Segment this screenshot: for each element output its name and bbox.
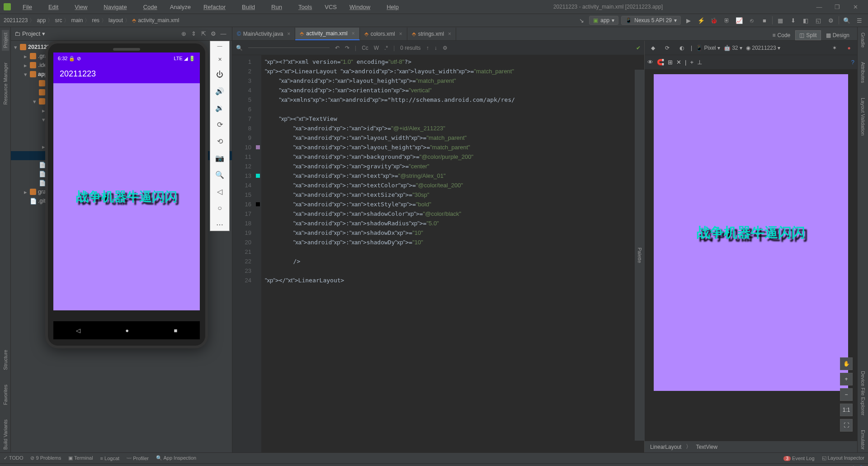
close-tab-icon[interactable]: × xyxy=(287,31,290,37)
editor-tab-active[interactable]: ⬘activity_main.xml× xyxy=(295,28,359,40)
default-margins-icon[interactable]: ⊞ xyxy=(668,59,673,66)
overview-button[interactable]: ■ xyxy=(174,327,177,334)
expand-all-button[interactable]: ⇕ xyxy=(189,29,198,39)
design-surface[interactable]: Palette 战争机器牛逼闪闪 ✋ + − 1:1 ⛶ xyxy=(645,70,857,441)
sidebar-tab-layout-validation[interactable]: Layout Validation xyxy=(859,95,867,138)
home-button[interactable]: ● xyxy=(125,327,129,334)
zoom-out-button[interactable]: − xyxy=(840,388,853,401)
code-editor[interactable]: "xp"><?"xt">xml version="1.0" encoding="… xyxy=(261,55,644,452)
menu-run[interactable]: Run xyxy=(264,2,289,12)
menu-build[interactable]: Build xyxy=(235,2,262,12)
sdk-manager-button[interactable]: ⬇ xyxy=(788,15,798,25)
emulator-close-button[interactable]: ✕ xyxy=(218,57,222,62)
breadcrumb-item[interactable]: main xyxy=(71,17,83,24)
filter-button[interactable]: ⚙ xyxy=(443,45,448,51)
search-icon[interactable]: 🔍 xyxy=(842,15,852,25)
orientation-icon[interactable]: ⟳ xyxy=(662,43,673,53)
rotate-right-button[interactable]: ⟲ xyxy=(217,137,223,146)
maximize-button[interactable]: ❐ xyxy=(828,4,846,10)
editor-tab[interactable]: ©MainActivity.java× xyxy=(232,28,295,40)
menu-file[interactable]: File xyxy=(15,2,39,12)
breadcrumb-item[interactable]: res xyxy=(92,17,99,24)
run-config-selector[interactable]: ▣app ▾ xyxy=(589,16,618,25)
view-mode-split[interactable]: ◫Split xyxy=(795,30,821,40)
menu-edit[interactable]: Edit xyxy=(41,2,66,12)
close-tab-icon[interactable]: × xyxy=(352,30,355,37)
bottom-tool-todo[interactable]: ✓ TODO xyxy=(4,455,23,461)
menu-refactor[interactable]: Refactor xyxy=(196,2,233,12)
emulator-minimize-button[interactable]: — xyxy=(217,43,222,48)
breadcrumb-file[interactable]: activity_main.xml xyxy=(138,17,179,24)
back-button[interactable]: ◁ xyxy=(76,327,80,334)
view-mode-code[interactable]: ≡Code xyxy=(769,30,795,40)
run-button[interactable]: ▶ xyxy=(684,15,693,25)
menu-window[interactable]: Window xyxy=(342,2,377,12)
magnet-icon[interactable]: 🧲 xyxy=(657,59,664,66)
night-mode-icon[interactable]: ◐ xyxy=(676,43,687,53)
find-input[interactable] xyxy=(248,48,330,48)
menu-navigate[interactable]: Navigate xyxy=(96,2,134,12)
editor-tab[interactable]: ⬘strings.xml× xyxy=(407,28,456,40)
apply-changes-button[interactable]: ⚡ xyxy=(696,15,706,25)
avd-manager-button[interactable]: ▦ xyxy=(775,15,785,25)
power-button[interactable]: ⏻ xyxy=(216,71,223,79)
sidebar-tab-resource-manager[interactable]: Resource Manager xyxy=(2,60,9,108)
debug-button[interactable]: 🐞 xyxy=(709,15,719,25)
search-icon[interactable]: 🔍 xyxy=(236,45,243,51)
bottom-tool-logcat[interactable]: ≡ Logcat xyxy=(100,456,120,461)
close-tab-icon[interactable]: × xyxy=(399,31,402,37)
sidebar-tab-build-variants[interactable]: Build Variants xyxy=(2,417,9,452)
regex-toggle[interactable]: .* xyxy=(384,45,388,51)
bottom-tool-profiler[interactable]: 〰 Profiler xyxy=(127,456,149,461)
event-log-button[interactable]: 3 Event Log xyxy=(783,456,814,461)
back-button[interactable]: ◁ xyxy=(217,187,222,196)
zoom-reset-button[interactable]: ⛶ xyxy=(840,419,853,432)
layout-inspector-button[interactable]: ◱ Layout Inspector xyxy=(822,455,864,461)
stop-button[interactable]: ■ xyxy=(760,15,769,25)
breadcrumb-item[interactable]: src xyxy=(55,17,62,24)
surface-icon[interactable]: ◆ xyxy=(647,43,658,53)
editor-tab[interactable]: ⬘colors.xml× xyxy=(360,28,407,40)
more-button[interactable]: ⋯ xyxy=(216,220,223,229)
pan-button[interactable]: ✋ xyxy=(840,357,853,370)
profile-button[interactable]: 📈 xyxy=(734,15,744,25)
attach-debugger-button[interactable]: ⎋ xyxy=(747,15,757,25)
troubleshoot-button[interactable]: ⚙ xyxy=(826,15,836,25)
zoom-in-icon[interactable]: + xyxy=(690,59,693,66)
palette-strip[interactable]: Palette xyxy=(635,70,645,441)
minimize-button[interactable]: — xyxy=(810,4,828,10)
prev-match-button[interactable]: ↑ xyxy=(426,45,429,51)
menu-code[interactable]: Code xyxy=(136,2,165,12)
volume-down-button[interactable]: 🔉 xyxy=(215,104,224,112)
match-word-toggle[interactable]: W xyxy=(374,45,379,51)
sidebar-tab-attributes[interactable]: Attributes xyxy=(859,59,867,86)
sidebar-tab-device-file-explorer[interactable]: Device File Explorer xyxy=(859,368,867,418)
menu-view[interactable]: View xyxy=(67,2,94,12)
zoom-button[interactable]: 🔍 xyxy=(215,171,224,179)
close-tab-icon[interactable]: × xyxy=(448,31,451,37)
zoom-in-button[interactable]: + xyxy=(840,373,853,385)
volume-up-button[interactable]: 🔊 xyxy=(215,87,224,95)
rotate-left-button[interactable]: ⟳ xyxy=(217,120,223,129)
project-view-label[interactable]: Project xyxy=(22,30,40,37)
layout-preview[interactable]: 战争机器牛逼闪闪 xyxy=(654,74,848,391)
api-picker[interactable]: 🤖 32 ▾ xyxy=(724,45,742,51)
settings-button[interactable]: ⚙ xyxy=(208,29,218,39)
settings-icon[interactable]: ☰ xyxy=(854,15,864,25)
device-picker[interactable]: 📱 Pixel ▾ xyxy=(696,45,720,51)
sidebar-tab-gradle[interactable]: Gradle xyxy=(859,30,867,50)
zoom-out-icon[interactable]: ⊥ xyxy=(697,59,702,66)
view-options-icon[interactable]: 👁 xyxy=(647,59,653,66)
close-button[interactable]: ✕ xyxy=(846,4,864,10)
menu-tools[interactable]: Tools xyxy=(291,2,319,12)
sidebar-tab-project[interactable]: Project xyxy=(2,30,9,51)
sidebar-tab-emulator[interactable]: Emulator xyxy=(859,427,867,452)
component-path-item[interactable]: TextView xyxy=(696,444,717,450)
error-icon[interactable]: ● xyxy=(844,43,854,53)
menu-vcs[interactable]: VCS xyxy=(321,2,340,12)
sidebar-tab-structure[interactable]: Structure xyxy=(2,347,9,373)
clear-constraints-icon[interactable]: ✕ xyxy=(676,59,681,66)
component-path-item[interactable]: LinearLayout xyxy=(650,444,681,450)
emulator-screen[interactable]: 6:32 🔒 ⊘ LTE ◢ 🔋 20211223 战争机器牛逼闪闪 xyxy=(53,52,200,310)
collapse-all-button[interactable]: ⇱ xyxy=(198,29,208,39)
